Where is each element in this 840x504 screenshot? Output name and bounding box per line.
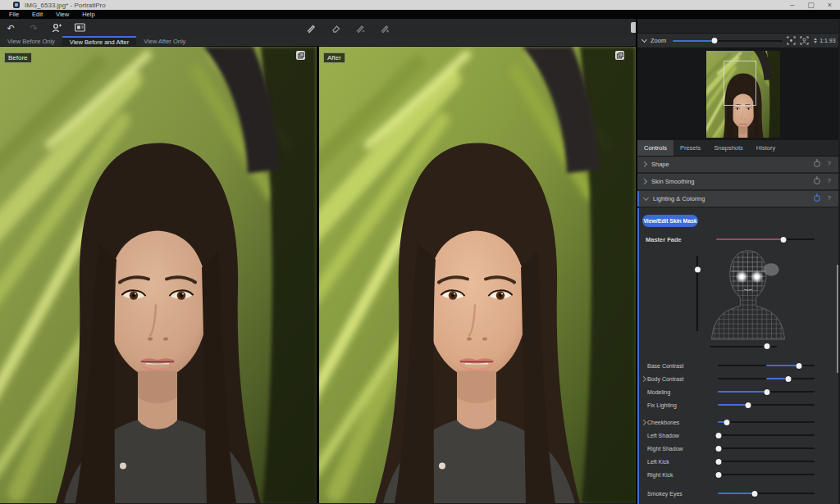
- view-region-rectangle[interactable]: [724, 61, 756, 106]
- menu-bar: File Edit View Help: [0, 10, 840, 19]
- light-horizontal-slider[interactable]: [710, 343, 777, 350]
- window-title: IMG_6533.jpg* - PortraitPro: [25, 2, 106, 9]
- panel-scrollbar[interactable]: [837, 265, 838, 373]
- extend-area-brush-icon[interactable]: [354, 22, 366, 34]
- reduce-area-brush-icon[interactable]: [379, 22, 390, 34]
- maximize-button[interactable]: ▢: [807, 1, 815, 9]
- lighting-power-icon[interactable]: [814, 195, 820, 202]
- after-photo: [319, 47, 636, 503]
- menu-help[interactable]: Help: [76, 11, 100, 18]
- panel-toggle-button[interactable]: [631, 22, 636, 33]
- view-edit-skin-mask-button[interactable]: View/Edit Skin Mask: [642, 215, 698, 227]
- before-photo: [0, 47, 317, 503]
- section-skin-smoothing[interactable]: Skin Smoothing ?: [637, 174, 838, 189]
- before-label: Before: [4, 52, 32, 63]
- tab-view-before-and-after[interactable]: View Before and After: [62, 36, 136, 46]
- view-tab-bar: View Before Only View Before and After V…: [0, 36, 636, 47]
- app-window: IMG_6533.jpg* - PortraitPro – ▢ × File E…: [0, 0, 840, 504]
- zoom-label: Zoom: [651, 37, 666, 44]
- zoom-to-face-icon[interactable]: [800, 36, 809, 46]
- section-lighting-coloring[interactable]: Lighting & Coloring ?: [637, 191, 838, 207]
- master-fade-label: Master Fade: [646, 236, 682, 243]
- light-vertical-slider[interactable]: [694, 256, 701, 331]
- right-shadow-slider[interactable]: [718, 445, 815, 452]
- chevron-right-icon[interactable]: [641, 376, 646, 382]
- app-icon: [13, 2, 20, 8]
- menu-view[interactable]: View: [50, 11, 75, 18]
- menu-file[interactable]: File: [3, 11, 25, 18]
- zoom-slider[interactable]: [673, 37, 783, 44]
- smokey-eyes-slider[interactable]: [718, 490, 815, 497]
- lighting-help-icon[interactable]: ?: [828, 194, 831, 202]
- tag-person-icon[interactable]: [51, 22, 62, 34]
- tab-view-before-only[interactable]: View Before Only: [0, 36, 62, 46]
- before-image-panel[interactable]: Before: [0, 47, 317, 503]
- minimize-button[interactable]: –: [790, 1, 794, 9]
- controls-section-list: Shape ? Skin Smoothing ? Lighting & Colo…: [637, 157, 838, 504]
- lighting-coloring-content: View/Edit Skin Mask Master Fade: [637, 208, 838, 504]
- image-canvas: Before After: [0, 47, 636, 503]
- control-tab-bar: Controls Presets Snapshots History: [637, 140, 838, 157]
- toolbar: ↶ ↷: [0, 19, 636, 36]
- after-image-panel[interactable]: After: [319, 47, 636, 503]
- copy-view-icon[interactable]: [615, 51, 624, 60]
- control-panel: Zoom 1:1.93: [637, 19, 838, 504]
- chevron-down-icon: [643, 195, 649, 201]
- zoom-ratio-value: 1:1.93: [819, 38, 835, 43]
- shape-power-icon[interactable]: [814, 161, 820, 167]
- undo-icon[interactable]: ↶: [5, 22, 16, 34]
- navigator-thumbnail[interactable]: [706, 51, 780, 138]
- close-button[interactable]: ×: [828, 1, 832, 9]
- left-shadow-slider[interactable]: [718, 432, 815, 439]
- brush-icon[interactable]: [305, 22, 317, 34]
- tab-controls[interactable]: Controls: [637, 140, 673, 156]
- right-kick-slider[interactable]: [718, 471, 815, 479]
- tab-snapshots[interactable]: Snapshots: [707, 140, 749, 156]
- redo-icon[interactable]: ↷: [28, 22, 39, 34]
- copy-view-icon[interactable]: [296, 51, 305, 60]
- base-contrast-slider[interactable]: [718, 362, 815, 370]
- skin-smoothing-help-icon[interactable]: ?: [828, 177, 831, 184]
- zoom-ratio-spinner[interactable]: [814, 38, 817, 43]
- modeling-slider[interactable]: [718, 388, 815, 396]
- slideshow-icon[interactable]: [74, 22, 85, 34]
- tab-view-after-only[interactable]: View After Only: [136, 36, 193, 46]
- left-kick-slider[interactable]: [718, 458, 815, 465]
- menu-edit[interactable]: Edit: [26, 11, 48, 18]
- master-fade-slider[interactable]: [716, 236, 815, 243]
- title-bar: IMG_6533.jpg* - PortraitPro – ▢ ×: [0, 0, 840, 10]
- shape-help-icon[interactable]: ?: [828, 160, 831, 167]
- after-label: After: [323, 52, 345, 63]
- body-contrast-slider[interactable]: [718, 375, 815, 383]
- section-shape[interactable]: Shape ?: [637, 157, 838, 172]
- navigator-thumbnail-area: [637, 48, 838, 140]
- chevron-right-icon[interactable]: [641, 420, 646, 425]
- tab-history[interactable]: History: [750, 140, 782, 156]
- skin-smoothing-power-icon[interactable]: [814, 178, 820, 184]
- wireframe-head-model[interactable]: [703, 247, 793, 341]
- zoom-bar: Zoom 1:1.93: [637, 34, 838, 48]
- cheekbones-slider[interactable]: [718, 419, 815, 426]
- light-direction-widget: [639, 247, 838, 356]
- chevron-right-icon: [641, 161, 647, 167]
- chevron-right-icon: [641, 179, 647, 184]
- fit-screen-icon[interactable]: [787, 36, 796, 46]
- chevron-down-icon[interactable]: [641, 37, 647, 43]
- tab-presets[interactable]: Presets: [673, 140, 707, 156]
- window-controls: – ▢ ×: [790, 1, 837, 9]
- eraser-icon[interactable]: [330, 22, 341, 34]
- fix-lighting-slider[interactable]: [718, 402, 815, 409]
